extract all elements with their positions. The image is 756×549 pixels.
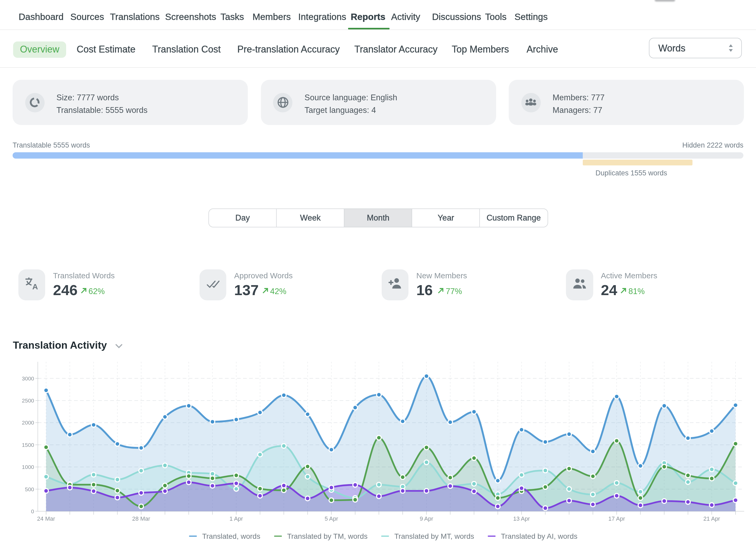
svg-text:1 Apr: 1 Apr [229, 515, 243, 522]
svg-text:13 Apr: 13 Apr [513, 515, 530, 522]
svg-text:21 Apr: 21 Apr [703, 515, 720, 522]
svg-text:0: 0 [31, 508, 34, 514]
svg-text:24 Mar: 24 Mar [37, 515, 55, 522]
svg-text:1500: 1500 [22, 442, 34, 448]
svg-text:2000: 2000 [22, 420, 34, 426]
svg-text:3000: 3000 [22, 375, 34, 381]
svg-text:1000: 1000 [22, 464, 34, 470]
svg-text:28 Mar: 28 Mar [132, 515, 150, 522]
svg-text:5 Apr: 5 Apr [325, 515, 338, 522]
svg-text:9 Apr: 9 Apr [420, 515, 433, 522]
svg-text:500: 500 [25, 486, 34, 492]
svg-text:A: A [32, 282, 38, 290]
svg-text:2500: 2500 [22, 398, 34, 404]
svg-text:17 Apr: 17 Apr [608, 515, 625, 522]
